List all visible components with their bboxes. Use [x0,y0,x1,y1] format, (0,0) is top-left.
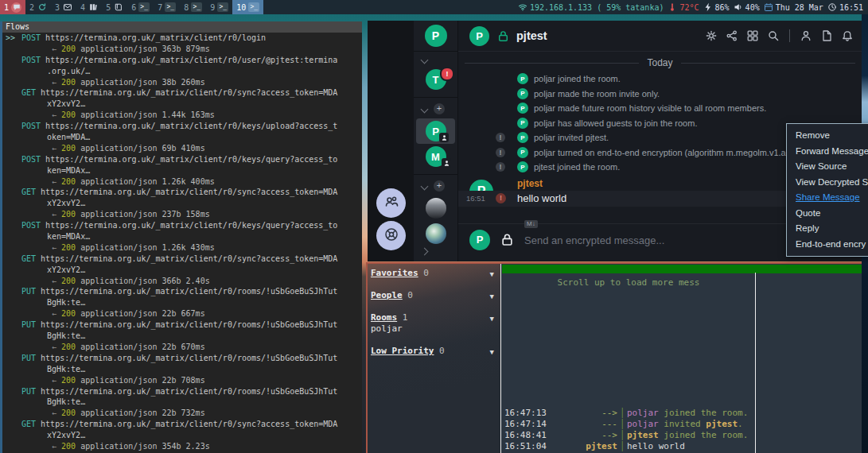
notifications-icon[interactable] [841,29,854,42]
wifi-icon [518,2,527,12]
event-text: poljar joined the room. [534,74,621,83]
explore-button[interactable] [376,221,406,250]
header-divider [789,29,790,42]
workspace-number: 5 [106,3,111,12]
menu-item-reply[interactable]: Reply [787,221,868,237]
flow-url-continuation: oken=MDA… [2,132,362,143]
menu-item-quote[interactable]: Quote [787,206,868,222]
message-input[interactable]: M↓ Send an encrypted message... [524,233,804,247]
chat-prefix: pjtest [559,441,617,452]
room-list-item[interactable] [414,196,457,221]
flow-url: https://termina.org.uk/_matrix/client/r0… [41,221,337,230]
flow-row[interactable]: PUT https://termina.org.uk/_matrix/clien… [2,353,362,386]
response-arrow: ← [52,210,61,219]
flow-row[interactable]: POST https://termina.org.uk/_matrix/clie… [2,121,362,154]
http-method: POST [21,122,41,130]
status-code: 200 [61,277,76,285]
menu-item-share-message[interactable]: Share Message [787,190,868,206]
flow-response-line: ← 200 application/json 22b 670ms [2,342,362,353]
space-header[interactable]: P [414,21,457,51]
flow-row[interactable]: PUT https://termina.org.uk/_matrix/clien… [2,286,362,319]
flows-list[interactable]: >>POST https://termina.org.uk/_matrix/cl… [2,33,362,453]
message-segment: . [738,419,743,429]
response-arrow: ← [52,309,61,318]
space-avatar[interactable]: P [425,25,447,47]
flow-row[interactable]: >>POST https://termina.org.uk/_matrix/cl… [2,33,362,55]
section-header[interactable]: + [414,101,457,118]
document-icon[interactable] [820,29,833,42]
grid-icon[interactable] [746,29,759,42]
menu-item-remove[interactable]: Remove [787,128,868,144]
flow-response-line: ← 200 application/json 38b 260ms [2,77,362,88]
workspace-8[interactable]: 8>_ [180,0,206,14]
markdown-badge[interactable]: M↓ [524,220,538,228]
message-segment: hello world [627,441,685,451]
workspace-4[interactable]: 4 [76,0,102,14]
workspace-5[interactable]: 5 [102,0,127,14]
collapse-triangle-icon[interactable]: ▼ [490,269,494,280]
workspace-9[interactable]: 9>_ [206,0,232,14]
collapse-triangle-icon[interactable]: ▼ [490,347,494,358]
http-method: PUT [21,287,36,296]
menu-item-forward-message[interactable]: Forward Message [787,144,868,160]
http-method: GET [21,188,36,196]
pane-divider-left[interactable] [500,264,501,453]
chat-message: pjtest joined the room. [627,430,748,441]
prefix-separator: │ [617,419,627,430]
message-segment: pjtest [706,419,738,429]
settings-icon[interactable] [705,29,718,42]
buffer-section-header[interactable]: Rooms 1▼ [371,312,500,323]
section-header[interactable] [414,55,457,67]
room-avatar[interactable]: P [469,26,489,46]
people-button[interactable] [376,188,406,218]
http-method: PUT [21,387,36,396]
message-segment: pjtest [627,430,659,440]
share-icon[interactable] [726,29,738,42]
workspace-7[interactable]: 7>_ [154,0,180,14]
section-header[interactable]: + [414,178,457,196]
composer-avatar: P [469,230,490,250]
flow-row[interactable]: GET https://termina.org.uk/_matrix/clien… [2,187,362,220]
workspace-number: 3 [55,3,60,12]
calendar-icon [764,2,773,12]
room-list-item[interactable] [414,221,457,246]
flow-row[interactable]: POST https://termina.org.uk/_matrix/clie… [2,55,362,88]
buffer-section-header[interactable]: Favorites 0▼ [371,268,500,279]
flow-row[interactable]: PUT https://termina.org.uk/_matrix/clien… [2,319,362,353]
person-icon[interactable] [800,29,812,42]
add-room-button[interactable]: + [434,180,445,192]
workspace-1[interactable]: 1 [0,0,25,14]
flow-row[interactable]: GET https://termina.org.uk/_matrix/clien… [2,254,362,287]
room-list-item[interactable]: T! [414,67,457,92]
buffer-section-header[interactable]: People 0▼ [371,290,500,301]
flow-row[interactable]: GET https://termina.org.uk/_matrix/clien… [2,419,362,452]
flow-row[interactable]: POST https://termina.org.uk/_matrix/clie… [2,154,362,188]
menu-item-view-decrypted-s[interactable]: View Decrypted S [787,175,868,191]
add-room-button[interactable]: + [434,103,445,114]
workspace-6[interactable]: 6>_ [127,0,154,14]
terminal-icon: >_ [165,2,176,12]
buffer-item[interactable]: poljar [371,323,500,335]
flow-row[interactable]: PUT https://termina.org.uk/_matrix/clien… [2,386,362,420]
menu-item-view-source[interactable]: View Source [787,159,868,175]
room-list-item[interactable]: P [416,118,455,144]
status-code: 200 [61,309,76,318]
chat-message: poljar joined the room. [627,408,748,419]
chevron-down-icon [421,56,429,64]
flow-row[interactable]: POST https://termina.org.uk/_matrix/clie… [2,220,362,254]
collapse-triangle-icon[interactable]: ▼ [490,291,494,302]
room-list-item[interactable]: M [414,144,457,169]
flow-row[interactable]: GET https://termina.org.uk/_matrix/clien… [2,87,362,121]
search-icon[interactable] [767,29,780,42]
workspace-2[interactable]: 2 [25,0,51,14]
workspace-10[interactable]: 10>_ [232,0,263,14]
collapse-triangle-icon[interactable]: ▼ [490,313,494,324]
expand-row[interactable] [414,246,457,258]
chat-message: hello world [627,441,685,452]
explore-wheel-icon [383,226,399,246]
menu-item-end-to-end-encry[interactable]: End-to-end encry [787,237,868,253]
pane-divider-right[interactable] [755,273,756,453]
workspace-3[interactable]: 3 [51,0,76,14]
buffer-section-header[interactable]: Low Priority 0▼ [371,346,500,357]
section-count: 0 [434,346,444,356]
